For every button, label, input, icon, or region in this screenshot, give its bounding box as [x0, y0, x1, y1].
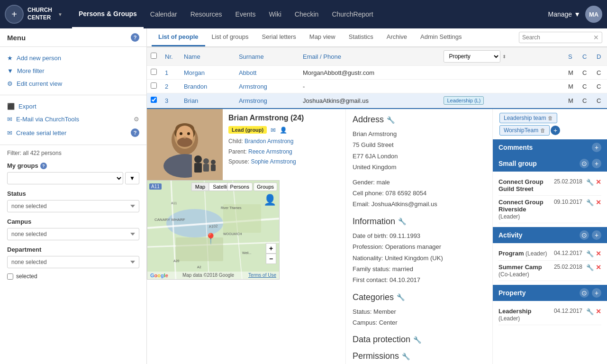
leadership-trash-icon[interactable]: 🗑	[548, 115, 553, 121]
data-protection-wrench-icon[interactable]: 🔧	[413, 336, 421, 344]
group-dropdown-btn[interactable]: ▼	[125, 172, 139, 184]
group-tag-worship[interactable]: WorshipTeam 🗑	[499, 125, 550, 136]
tab-admin-settings[interactable]: Admin Settings	[414, 28, 468, 46]
email-gear-icon[interactable]: ⚙	[134, 116, 139, 123]
export-button[interactable]: ⬛ Export	[0, 100, 146, 113]
property-select[interactable]: Property	[444, 50, 500, 63]
add-new-person-button[interactable]: ★ Add new person	[0, 52, 146, 64]
nav-checkin[interactable]: Checkin	[288, 0, 326, 28]
tab-map-view[interactable]: Map view	[303, 28, 342, 46]
row-surname-2[interactable]: Armstrong	[239, 83, 267, 90]
zoom-in-btn[interactable]: +	[266, 243, 276, 254]
categories-wrench-icon[interactable]: 🔧	[397, 293, 405, 301]
small-group-add-btn[interactable]: +	[592, 159, 601, 168]
small-group-1-delete-icon[interactable]: ✕	[596, 178, 601, 186]
status-select[interactable]: none selected	[7, 200, 139, 212]
main-layout: Menu ? ★ Add new person ▼ More filter ⚙ …	[0, 28, 607, 364]
sidebar-title: Menu	[7, 34, 26, 42]
tab-list-groups[interactable]: List of groups	[205, 28, 255, 46]
property-collapse-btn[interactable]: ⊙	[580, 288, 589, 298]
tab-list-people[interactable]: List of people	[152, 28, 205, 46]
tab-statistics[interactable]: Statistics	[342, 28, 380, 46]
worship-trash-icon[interactable]: 🗑	[540, 127, 545, 133]
property-add-btn[interactable]: +	[592, 288, 601, 298]
select-all-checkbox[interactable]	[151, 53, 157, 59]
add-group-btn[interactable]: +	[551, 126, 560, 135]
row-nr-1[interactable]: 1	[165, 69, 168, 76]
row-surname-3[interactable]: Armstrong	[239, 97, 267, 104]
search-input[interactable]	[522, 34, 593, 41]
col-name-header[interactable]: Name	[180, 47, 235, 66]
edit-view-button[interactable]: ⚙ Edit current view	[0, 77, 146, 90]
campus-filter: none selected	[7, 228, 139, 240]
activity-1-wrench-icon[interactable]: 🔧	[586, 250, 594, 257]
person-detail-panel: Brian Armstrong (24) Lead (group) ✉ 👤 Ch…	[147, 108, 607, 364]
sidebar-help-icon[interactable]: ?	[131, 33, 139, 42]
campus-select[interactable]: none selected	[7, 228, 139, 240]
search-clear-icon[interactable]: ✕	[593, 34, 599, 41]
table-body: 1 Morgan Abbott MorganAbbott@gustr.com M…	[147, 66, 607, 108]
row-checkbox-3[interactable]	[151, 97, 157, 103]
nav-persons-groups[interactable]: Persons & Groups	[72, 0, 144, 28]
row-name-3[interactable]: Brian	[184, 97, 198, 104]
email-button[interactable]: ✉ E-Mail via ChurchTools ⚙	[0, 113, 146, 126]
more-filter-button[interactable]: ▼ More filter	[0, 64, 146, 77]
activity-2-delete-icon[interactable]: ✕	[596, 264, 601, 271]
activity-collapse-btn[interactable]: ⊙	[580, 230, 589, 240]
nav-resources[interactable]: Resources	[184, 0, 229, 28]
row-name-2[interactable]: Brandon	[184, 83, 207, 90]
my-groups-help-icon[interactable]: ?	[40, 163, 47, 169]
svg-text:A102: A102	[208, 224, 218, 229]
row-checkbox-1[interactable]	[151, 69, 157, 75]
tab-serial-letters[interactable]: Serial letters	[255, 28, 303, 46]
manage-button[interactable]: Manage ▼	[548, 10, 580, 18]
col-email-header[interactable]: Email / Phone	[299, 47, 440, 66]
persons-btn[interactable]: Persons	[227, 182, 253, 191]
parent-link[interactable]: Reece Armstrong	[248, 148, 292, 155]
serial-letter-button[interactable]: ✉ Create serial letter ?	[0, 126, 146, 140]
avatar[interactable]: MA	[585, 6, 602, 23]
selected-checkbox[interactable]	[7, 273, 13, 280]
group-select[interactable]	[7, 172, 123, 184]
property-1-wrench-icon[interactable]: 🔧	[586, 308, 594, 315]
small-group-1-wrench-icon[interactable]: 🔧	[586, 179, 594, 186]
nav-wiki[interactable]: Wiki	[262, 0, 288, 28]
col-surname-header[interactable]: Surname	[235, 47, 299, 66]
activity-add-btn[interactable]: +	[592, 230, 601, 240]
map-terms[interactable]: Terms of Use	[248, 273, 276, 278]
permissions-wrench-icon[interactable]: 🔧	[402, 353, 410, 360]
property-1-delete-icon[interactable]: ✕	[596, 308, 601, 315]
address-wrench-icon[interactable]: 🔧	[387, 116, 395, 124]
gear-icon: ⚙	[7, 80, 13, 87]
map-btn[interactable]: Map	[191, 182, 209, 191]
nav-churchreport[interactable]: ChurchReport	[325, 0, 380, 28]
small-group-2-delete-icon[interactable]: ✕	[596, 199, 601, 206]
logo-area[interactable]: + CHURCH CENTER ▼	[5, 5, 63, 24]
serial-help-icon[interactable]: ?	[131, 128, 139, 137]
group-tag-leadership[interactable]: Leadership team 🗑	[499, 113, 557, 123]
small-group-2-wrench-icon[interactable]: 🔧	[586, 199, 594, 206]
activity-2-wrench-icon[interactable]: 🔧	[586, 264, 594, 271]
groups-btn[interactable]: Groups	[254, 182, 277, 191]
zoom-out-btn[interactable]: −	[266, 254, 276, 264]
spouse-link[interactable]: Sophie Armstrong	[251, 158, 296, 165]
activity-item: Summer Camp (Co-Leader) 25.02.2018 🔧 ✕	[498, 261, 601, 281]
department-filter: none selected	[7, 256, 139, 268]
row-name-1[interactable]: Morgan	[184, 69, 205, 76]
comments-add-btn[interactable]: +	[592, 143, 601, 152]
nav-calendar[interactable]: Calendar	[144, 0, 184, 28]
row-surname-1[interactable]: Abbott	[239, 69, 257, 76]
info-wrench-icon[interactable]: 🔧	[398, 218, 406, 225]
row-nr-2[interactable]: 2	[165, 83, 168, 90]
comments-section: Comments +	[493, 139, 607, 155]
person-email-icon[interactable]: ✉	[271, 127, 276, 134]
tab-archive[interactable]: Archive	[380, 28, 414, 46]
child-link[interactable]: Brandon Armstrong	[245, 138, 293, 145]
small-group-collapse-btn[interactable]: ⊙	[580, 159, 589, 168]
department-select[interactable]: none selected	[7, 256, 139, 268]
activity-1-delete-icon[interactable]: ✕	[596, 250, 601, 257]
row-checkbox-2[interactable]	[151, 82, 157, 89]
row-nr-3[interactable]: 3	[165, 97, 168, 104]
person-person-icon[interactable]: 👤	[280, 127, 287, 134]
nav-events[interactable]: Events	[229, 0, 263, 28]
